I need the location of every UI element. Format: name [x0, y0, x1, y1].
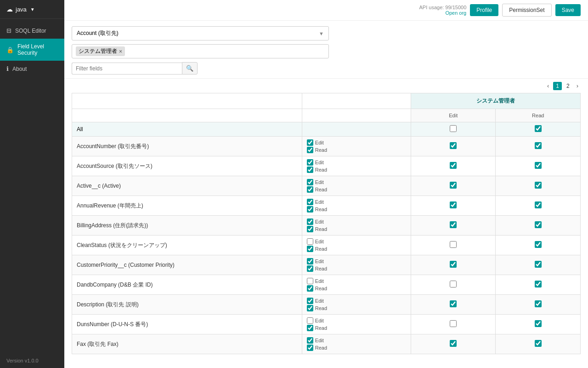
tag-system-admin: システム管理者 × [76, 46, 125, 56]
col-system-admin: システム管理者 [411, 93, 581, 109]
sys-read-checkbox[interactable] [535, 340, 542, 347]
sys-edit-checkbox[interactable] [450, 201, 457, 208]
row-edit-checkbox[interactable] [307, 238, 313, 245]
sys-read-checkbox[interactable] [535, 320, 542, 327]
row-read-checkbox[interactable] [307, 345, 313, 351]
sys-read-checkbox[interactable] [535, 221, 542, 228]
sys-read-checkbox[interactable] [535, 182, 542, 189]
sys-edit-checkbox[interactable] [450, 182, 457, 189]
sidebar-item-soql-editor[interactable]: ⊟ SOQL Editor [0, 23, 64, 39]
sys-edit-cell [411, 255, 496, 275]
read-label: Read [315, 246, 327, 252]
object-select-dropdown[interactable]: Account (取引先) ▼ [72, 26, 329, 40]
row-read-checkbox[interactable] [307, 285, 313, 292]
sys-edit-checkbox[interactable] [450, 281, 457, 288]
table-row: Fax (取引先 Fax) Edit Read [72, 334, 581, 354]
edit-read-cell: Edit Read [302, 216, 411, 236]
sys-edit-cell [411, 236, 496, 255]
row-read-checkbox[interactable] [307, 186, 313, 193]
table-row: Active__c (Active) Edit Read [72, 176, 581, 196]
page-1-button[interactable]: 1 [553, 82, 562, 90]
save-button[interactable]: Save [555, 4, 581, 16]
row-read-checkbox[interactable] [307, 167, 313, 173]
sys-read-cell [496, 236, 581, 255]
sys-edit-checkbox[interactable] [450, 162, 457, 169]
row-edit-checkbox[interactable] [307, 179, 313, 185]
sidebar-item-label: About [12, 66, 27, 72]
sys-edit-checkbox[interactable] [450, 241, 457, 248]
sidebar-nav: ⊟ SOQL Editor 🔒 Field Level Security ℹ A… [0, 19, 64, 353]
controls-area: Account (取引先) ▼ システム管理者 × 🔍 [64, 21, 588, 79]
sys-read-cell [496, 275, 581, 295]
permission-set-button[interactable]: PermissionSet [502, 4, 551, 17]
col-field-sub [72, 109, 302, 122]
sys-read-checkbox[interactable] [535, 261, 542, 268]
sys-read-cell [496, 295, 581, 315]
edit-label: Edit [315, 160, 324, 165]
tag-remove-icon[interactable]: × [119, 48, 122, 55]
all-edit-checkbox-cell [411, 122, 496, 137]
row-edit-checkbox[interactable] [307, 159, 313, 166]
read-label: Read [315, 167, 327, 172]
row-read-checkbox[interactable] [307, 305, 313, 311]
row-edit-checkbox[interactable] [307, 218, 313, 225]
row-edit-checkbox[interactable] [307, 298, 313, 304]
prev-page-button[interactable]: ‹ [545, 81, 551, 90]
sys-read-checkbox[interactable] [535, 281, 542, 288]
brand-label: java [16, 6, 27, 13]
row-read-checkbox[interactable] [307, 226, 313, 232]
row-read-checkbox[interactable] [307, 265, 313, 272]
api-usage-text: API usage: 99/15000 [419, 5, 467, 10]
col-edit-read [302, 93, 411, 109]
read-label: Read [315, 207, 327, 212]
read-label: Read [315, 266, 327, 271]
all-read-checkbox[interactable] [535, 125, 542, 132]
next-page-button[interactable]: › [574, 81, 581, 90]
sys-edit-checkbox[interactable] [450, 340, 457, 347]
sys-edit-cell [411, 334, 496, 354]
pagination-bar: ‹ 1 2 › [64, 79, 588, 93]
sys-edit-checkbox[interactable] [450, 320, 457, 327]
sys-read-checkbox[interactable] [535, 142, 542, 149]
sys-edit-checkbox[interactable] [450, 221, 457, 228]
sys-read-checkbox[interactable] [535, 162, 542, 169]
sys-edit-checkbox[interactable] [450, 300, 457, 307]
row-read-checkbox[interactable] [307, 147, 313, 153]
field-name-cell: Description (取引先 説明) [72, 295, 302, 315]
row-edit-checkbox[interactable] [307, 199, 313, 205]
search-input[interactable] [72, 63, 182, 75]
row-edit-checkbox[interactable] [307, 258, 313, 264]
table-row: AccountNumber (取引先番号) Edit Read [72, 137, 581, 156]
row-read-checkbox[interactable] [307, 246, 313, 252]
row-read-checkbox[interactable] [307, 206, 313, 213]
row-read-checkbox[interactable] [307, 325, 313, 331]
table-row: CustomerPriority__c (Customer Priority) … [72, 255, 581, 275]
table-row: BillingAddress (住所(請求先)) Edit Read [72, 216, 581, 236]
profile-button[interactable]: Profile [470, 4, 498, 16]
brand-button[interactable]: ☁ java ▼ [0, 0, 64, 19]
col-field-name [72, 93, 302, 109]
all-edit-checkbox[interactable] [450, 125, 457, 132]
row-edit-checkbox[interactable] [307, 317, 313, 324]
sys-read-checkbox[interactable] [535, 241, 542, 248]
row-edit-checkbox[interactable] [307, 139, 313, 146]
sys-edit-cell [411, 315, 496, 334]
field-name-cell: CleanStatus (状況をクリーンアップ) [72, 236, 302, 255]
sys-edit-checkbox[interactable] [450, 142, 457, 149]
sidebar-item-about[interactable]: ℹ About [0, 61, 64, 77]
open-org-link[interactable]: Open org [445, 10, 466, 16]
table-row: DunsNumber (D-U-N-S 番号) Edit Read [72, 315, 581, 334]
edit-read-cell: Edit Read [302, 236, 411, 255]
field-name-cell: AnnualRevenue (年間売上) [72, 196, 302, 216]
read-label: Read [315, 286, 327, 291]
sidebar-item-field-level-security[interactable]: 🔒 Field Level Security [0, 39, 64, 61]
row-edit-checkbox[interactable] [307, 337, 313, 344]
page-2-button[interactable]: 2 [564, 82, 572, 90]
sys-read-checkbox[interactable] [535, 201, 542, 208]
all-field-label: All [72, 122, 302, 137]
sys-edit-checkbox[interactable] [450, 261, 457, 268]
table-container: システム管理者 Edit Read All [64, 93, 588, 368]
sys-read-checkbox[interactable] [535, 300, 542, 307]
row-edit-checkbox[interactable] [307, 278, 313, 284]
search-button[interactable]: 🔍 [182, 62, 198, 75]
